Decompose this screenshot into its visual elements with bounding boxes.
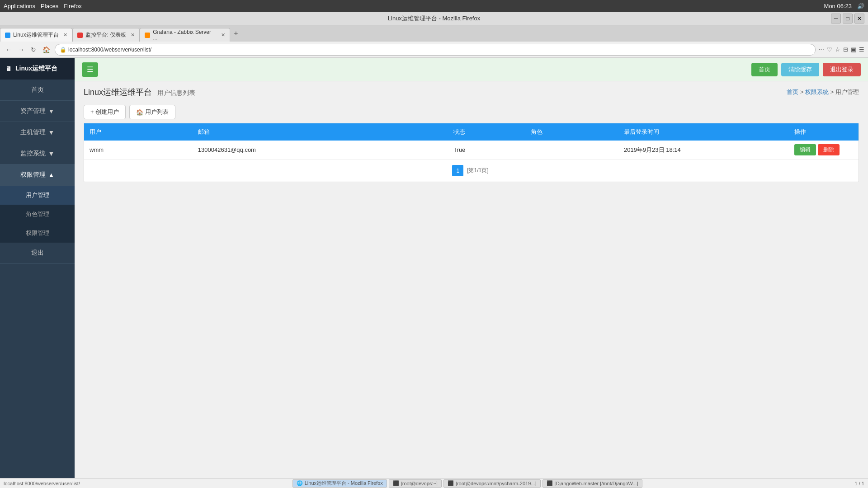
delete-button[interactable]: 删除 <box>818 144 840 155</box>
lock-icon: 🔒 <box>60 47 66 53</box>
sidebar-item-host[interactable]: 主机管理 ▼ <box>0 122 75 143</box>
breadcrumb-system[interactable]: 权限系统 <box>805 89 829 95</box>
tab1-favicon <box>5 33 10 38</box>
topbar: ☰ 首页 清除缓存 退出登录 <box>75 58 868 81</box>
bookmark-icon[interactable]: ♡ <box>827 46 832 53</box>
col-header-lastlogin: 最后登录时间 <box>618 123 789 141</box>
sidebar-item-home[interactable]: 首页 <box>0 80 75 101</box>
table-row: wmm 1300042631@qq.com True 2019年9月23日 18… <box>84 141 859 160</box>
asset-arrow-icon: ▼ <box>48 108 55 115</box>
user-mgmt-label: 用户管理 <box>26 192 49 198</box>
sidebar-sub-menu: 用户管理 角色管理 权限管理 <box>0 186 75 243</box>
permission-arrow-icon: ▲ <box>48 171 55 178</box>
topbar-logout-button[interactable]: 退出登录 <box>823 63 861 76</box>
tab-3[interactable]: Grafana - Zabbix Server ... ✕ <box>140 28 230 42</box>
browser-taskbar-icon: 🌐 <box>297 480 303 486</box>
cell-user: wmm <box>84 141 193 160</box>
cell-action: 编辑 删除 <box>789 141 859 159</box>
new-tab-button[interactable]: + <box>230 29 241 38</box>
address-bar: ← → ↻ 🏠 🔒 localhost:8000/webserver/user/… <box>0 42 868 58</box>
pagination: 1 [第1/1页] <box>84 160 859 182</box>
browser-title: Linux运维管理平台 - Mozilla Firefox <box>388 14 480 23</box>
more-icon[interactable]: ⋯ <box>818 46 824 53</box>
sidebar-item-user-mgmt[interactable]: 用户管理 <box>0 186 75 205</box>
page-info: [第1/1页] <box>465 165 490 176</box>
taskbar: 🌐 Linux运维管理平台 - Mozilla Firefox ⬛ [root@… <box>292 479 642 488</box>
tab-bar: Linux运维管理平台 ✕ 监控平台: 仪表板 ✕ Grafana - Zabb… <box>0 25 868 42</box>
tab3-close[interactable]: ✕ <box>221 32 225 38</box>
col-header-action: 操作 <box>789 123 859 141</box>
url-bar[interactable]: 🔒 localhost:8000/webserver/user/list/ <box>55 44 816 56</box>
taskbar-item-ide[interactable]: ⬛ [DjangoWeb-master [/mnt/DjangoW...] <box>542 479 642 488</box>
col-header-role: 角色 <box>525 123 618 141</box>
topbar-actions: 首页 清除缓存 退出登录 <box>751 63 861 76</box>
breadcrumb-home[interactable]: 首页 <box>787 89 798 95</box>
breadcrumb-sep1: > <box>800 89 805 95</box>
sidebar-host-label: 主机管理 <box>20 128 46 136</box>
taskbar-item-browser[interactable]: 🌐 Linux运维管理平台 - Mozilla Firefox <box>292 479 387 488</box>
menu-toggle-button[interactable]: ☰ <box>82 62 98 77</box>
terminal1-icon: ⬛ <box>393 480 399 486</box>
close-button[interactable]: ✕ <box>854 14 864 23</box>
page-subtitle: 用户信息列表 <box>157 89 195 97</box>
back-button[interactable]: ← <box>4 45 14 54</box>
taskbar-item-terminal1[interactable]: ⬛ [root@devops:~] <box>389 479 442 488</box>
volume-icon: 🔊 <box>857 3 864 9</box>
firefox-menu[interactable]: Firefox <box>64 3 82 9</box>
system-bar: Applications Places Firefox Mon 06:23 🔊 <box>0 0 868 12</box>
forward-button[interactable]: → <box>16 45 26 54</box>
sidebar-asset-label: 资产管理 <box>20 107 46 115</box>
ide-icon: ⬛ <box>547 480 553 486</box>
ide-label: [DjangoWeb-master [/mnt/DjangoW...] <box>555 481 638 486</box>
sidebar-header: 🖥 Linux运维平台 <box>0 58 75 80</box>
sidebar-icon[interactable]: ⊟ <box>843 46 848 53</box>
places-menu[interactable]: Places <box>41 3 58 9</box>
page-title: Linux运维运维平台 <box>84 87 152 98</box>
browser-taskbar-label: Linux运维管理平台 - Mozilla Firefox <box>305 480 383 487</box>
sidebar-item-logout[interactable]: 退出 <box>0 243 75 264</box>
tab-1[interactable]: Linux运维管理平台 ✕ <box>0 28 72 42</box>
tab1-close[interactable]: ✕ <box>63 32 67 38</box>
address-bar-right: ⋯ ♡ ☆ ⊟ ▣ ☰ <box>818 46 864 53</box>
user-list-button[interactable]: 🏠 用户列表 <box>129 105 175 119</box>
applications-menu[interactable]: Applications <box>4 3 35 9</box>
star-icon[interactable]: ☆ <box>835 46 840 53</box>
user-table: 用户 邮箱 状态 角色 最后登录时间 操作 wmm 1300042631@qq.… <box>84 123 859 160</box>
sidebar-item-monitor[interactable]: 监控系统 ▼ <box>0 143 75 164</box>
terminal2-icon: ⬛ <box>448 480 454 486</box>
status-url: localhost:8000/webserver/user/list/ <box>4 481 80 486</box>
sidebar-item-permission[interactable]: 权限管理 ▲ <box>0 164 75 186</box>
system-bar-right: Mon 06:23 🔊 <box>824 3 864 9</box>
restore-button[interactable]: □ <box>843 14 853 23</box>
tab3-favicon <box>145 33 150 38</box>
topbar-home-button[interactable]: 首页 <box>751 63 778 76</box>
taskbar-item-terminal2[interactable]: ⬛ [root@devops:/mnt/pycharm-2019...] <box>443 479 541 488</box>
reload-button[interactable]: ↻ <box>29 45 38 54</box>
action-bar: + 创建用户 🏠 用户列表 <box>75 101 868 123</box>
breadcrumb: 首页 > 权限系统 > 用户管理 <box>787 88 859 96</box>
edit-button[interactable]: 编辑 <box>794 144 816 155</box>
cell-role <box>525 141 618 160</box>
sidebar-item-role-mgmt[interactable]: 角色管理 <box>0 205 75 224</box>
create-user-button[interactable]: + 创建用户 <box>84 105 126 119</box>
split-icon[interactable]: ▣ <box>851 46 856 53</box>
home-nav-button[interactable]: 🏠 <box>41 45 52 54</box>
perm-mgmt-label: 权限管理 <box>26 230 49 236</box>
tab2-label: 监控平台: 仪表板 <box>85 31 127 39</box>
tab2-favicon <box>77 33 83 38</box>
page-1-label: 1 <box>456 168 459 174</box>
minimize-button[interactable]: ─ <box>831 14 841 23</box>
sidebar-home-label: 首页 <box>31 86 44 93</box>
sidebar-permission-label: 权限管理 <box>20 171 46 179</box>
tab2-close[interactable]: ✕ <box>131 32 135 38</box>
sidebar-monitor-label: 监控系统 <box>20 150 46 158</box>
tab-2[interactable]: 监控平台: 仪表板 ✕ <box>72 28 140 42</box>
menu-icon[interactable]: ☰ <box>859 46 864 53</box>
topbar-clear-button[interactable]: 清除缓存 <box>781 63 819 76</box>
sidebar-item-perm-mgmt[interactable]: 权限管理 <box>0 224 75 243</box>
sidebar-item-asset[interactable]: 资产管理 ▼ <box>0 101 75 122</box>
home-icon-small: 🏠 <box>136 109 143 116</box>
sidebar-logo-icon: 🖥 <box>5 65 12 72</box>
system-bar-left: Applications Places Firefox <box>4 3 82 9</box>
page-1-button[interactable]: 1 <box>452 165 463 176</box>
